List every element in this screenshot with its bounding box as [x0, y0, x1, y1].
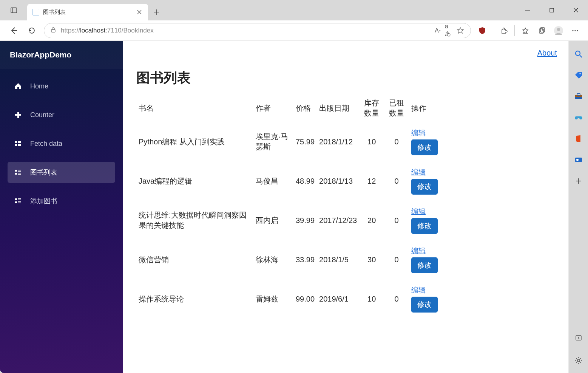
- sidebar-item-home[interactable]: Home: [8, 76, 115, 97]
- svg-point-48: [576, 117, 577, 118]
- th-rented: 已租数量: [384, 94, 409, 122]
- th-author: 作者: [253, 94, 293, 122]
- cell-title: 统计思维:大数据时代瞬间洞察因果的关键技能: [136, 201, 253, 240]
- toolbar-divider: [493, 25, 493, 36]
- svg-rect-38: [18, 200, 21, 200]
- svg-rect-35: [18, 174, 21, 175]
- modify-button[interactable]: 修改: [411, 139, 438, 155]
- games-icon[interactable]: [574, 113, 583, 122]
- modify-button[interactable]: 修改: [411, 257, 438, 273]
- cell-stock: 20: [359, 201, 384, 240]
- svg-point-21: [577, 30, 578, 31]
- sidebar-item-fetchdata[interactable]: Fetch data: [8, 133, 115, 154]
- svg-rect-30: [15, 170, 17, 172]
- svg-point-42: [576, 51, 580, 56]
- sidebar-item-booklist[interactable]: 图书列表: [8, 162, 115, 183]
- book-table: 书名 作者 价格 出版日期 库存数量 已租数量 操作 Python编程 从入门到…: [136, 94, 555, 319]
- tab-title: 图书列表: [43, 9, 132, 16]
- svg-line-43: [580, 55, 582, 57]
- svg-rect-47: [577, 94, 580, 95]
- svg-rect-37: [18, 198, 21, 199]
- favorites-bar-icon[interactable]: [518, 23, 533, 38]
- edit-link[interactable]: 编辑: [411, 207, 426, 217]
- modify-button[interactable]: 修改: [411, 297, 438, 313]
- shopping-tag-icon[interactable]: [574, 70, 583, 80]
- svg-rect-7: [550, 8, 554, 12]
- window-close-button[interactable]: [564, 0, 588, 20]
- back-button[interactable]: [5, 22, 22, 39]
- cell-actions: 编辑修改: [409, 279, 555, 319]
- read-aloud-icon[interactable]: A»: [434, 26, 442, 35]
- window-minimize-button[interactable]: [515, 0, 540, 20]
- add-sidebar-icon[interactable]: [574, 176, 583, 186]
- office-icon[interactable]: [574, 134, 583, 144]
- cell-author: 马俊昌: [253, 161, 293, 201]
- th-actions: 操作: [409, 94, 555, 122]
- cell-stock: 12: [359, 161, 384, 201]
- svg-rect-31: [18, 170, 21, 170]
- modify-button[interactable]: 修改: [411, 179, 438, 195]
- main-content: About 图书列表 书名 作者 价格 出版日期 库存数量: [123, 41, 568, 373]
- edit-link[interactable]: 编辑: [411, 167, 426, 177]
- cell-rented: 0: [384, 279, 409, 319]
- svg-point-20: [574, 30, 576, 31]
- th-price: 价格: [293, 94, 317, 122]
- svg-point-50: [576, 159, 579, 161]
- cell-rented: 0: [384, 201, 409, 240]
- cell-pubdate: 2018/1/12: [317, 122, 359, 161]
- sidebar-item-label: Home: [30, 82, 48, 90]
- edit-link[interactable]: 编辑: [411, 285, 426, 295]
- cell-author: 西内启: [253, 201, 293, 240]
- modify-button[interactable]: 修改: [411, 218, 438, 234]
- favorite-icon[interactable]: [456, 26, 465, 35]
- sidebar-item-label: 图书列表: [30, 168, 57, 177]
- tab-actions-icon[interactable]: [10, 7, 17, 14]
- sidebar-item-label: Counter: [30, 111, 54, 119]
- translate-icon[interactable]: aあ: [445, 26, 453, 35]
- toolbar-divider: [514, 25, 515, 36]
- profile-icon[interactable]: [551, 23, 566, 38]
- cell-rented: 0: [384, 122, 409, 161]
- extensions-icon[interactable]: [496, 23, 511, 38]
- svg-rect-24: [15, 141, 17, 143]
- toolbox-icon[interactable]: [574, 91, 583, 101]
- tab-close-button[interactable]: [136, 9, 143, 15]
- cell-actions: 编辑修改: [409, 122, 555, 161]
- outlook-icon[interactable]: [574, 155, 583, 165]
- cell-actions: 编辑修改: [409, 161, 555, 201]
- collapse-sidebar-icon[interactable]: [574, 333, 583, 343]
- about-link[interactable]: About: [537, 49, 557, 57]
- sidebar-item-counter[interactable]: Counter: [8, 104, 115, 125]
- cell-title: 微信营销: [136, 240, 253, 279]
- new-tab-button[interactable]: [148, 4, 165, 20]
- svg-rect-32: [18, 171, 21, 172]
- cell-pubdate: 2018/1/5: [317, 240, 359, 279]
- svg-rect-41: [18, 203, 21, 203]
- search-icon[interactable]: [574, 49, 583, 59]
- cell-pubdate: 2019/6/1: [317, 279, 359, 319]
- svg-rect-28: [18, 144, 21, 145]
- sidebar-item-addbook[interactable]: 添加图书: [8, 190, 115, 212]
- browser-tab[interactable]: 图书列表: [27, 4, 148, 20]
- collections-icon[interactable]: [534, 23, 549, 38]
- refresh-button[interactable]: [23, 22, 40, 39]
- lock-icon: [50, 27, 56, 34]
- edit-link[interactable]: 编辑: [411, 128, 426, 138]
- ublock-icon[interactable]: [475, 23, 490, 38]
- svg-rect-0: [11, 8, 16, 12]
- url-input[interactable]: https://localhost:7110/BookIndex A» aあ: [44, 23, 471, 38]
- svg-rect-26: [18, 142, 21, 143]
- settings-icon[interactable]: [574, 356, 583, 365]
- edit-link[interactable]: 编辑: [411, 246, 426, 256]
- svg-rect-23: [15, 114, 21, 116]
- svg-point-19: [572, 30, 573, 31]
- window-maximize-button[interactable]: [540, 0, 564, 20]
- svg-rect-39: [15, 201, 17, 203]
- window-titlebar: 图书列表: [0, 0, 588, 20]
- cell-title: Java编程的逻辑: [136, 161, 253, 201]
- more-menu-icon[interactable]: [568, 23, 583, 38]
- cell-author: 埃里克·马瑟斯: [253, 122, 293, 161]
- cell-author: 徐林海: [253, 240, 293, 279]
- svg-rect-34: [18, 173, 21, 173]
- svg-rect-11: [51, 29, 55, 32]
